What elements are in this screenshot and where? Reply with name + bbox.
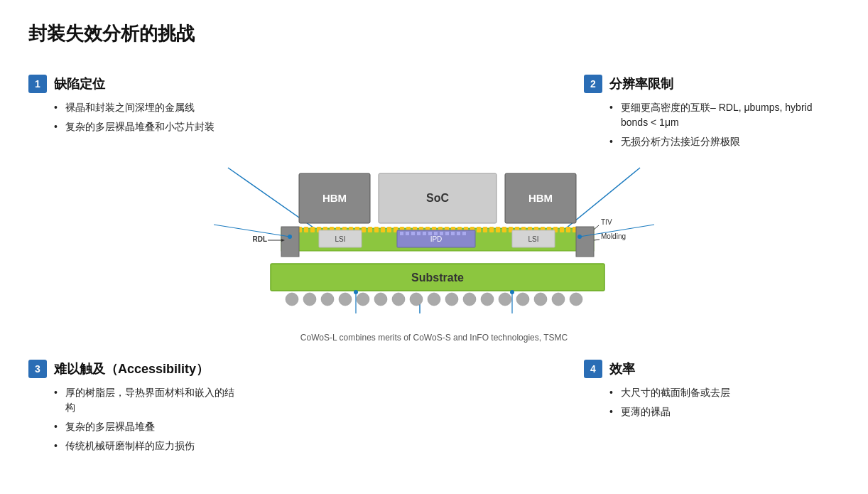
section3-item3: 传统机械研磨制样的应力损伤 [54,439,242,453]
svg-rect-26 [387,227,391,232]
section1-title: 缺陷定位 [54,75,105,92]
svg-point-90 [499,293,511,306]
svg-point-109 [354,290,358,294]
section4-header: 4 效率 [584,360,840,378]
section2-item1: 更细更高密度的互联– RDL, μbumps, hybrid bonds < 1… [609,100,840,130]
svg-rect-69 [440,232,443,235]
svg-rect-62 [400,232,403,235]
svg-rect-65 [417,232,421,235]
svg-rect-23 [368,227,372,232]
svg-point-78 [286,293,298,306]
section3-title: 难以触及（Accessibility） [54,360,209,377]
svg-rect-68 [434,232,438,235]
svg-point-91 [516,293,529,306]
section1-item2: 复杂的多层裸晶堆叠和小芯片封装 [54,119,242,134]
svg-rect-95 [281,227,299,257]
chip-diagram-svg: HBM SoC HBM [214,161,654,331]
diagram-caption: CoWoS-L combines merits of CoWoS-S and I… [300,333,568,343]
svg-rect-96 [576,227,594,257]
svg-rect-67 [428,232,432,235]
section3-header: 3 难以触及（Accessibility） [28,360,242,378]
svg-rect-70 [445,232,449,235]
svg-point-111 [510,290,514,294]
chip-diagram-container: HBM SoC HBM [28,161,840,354]
svg-text:SoC: SoC [426,192,449,204]
section4-list: 大尺寸的截面制备或去层 更薄的裸晶 [584,385,840,424]
svg-rect-72 [457,232,460,235]
svg-point-105 [288,235,292,239]
svg-rect-71 [451,232,455,235]
section2-title: 分辨率限制 [609,75,673,92]
section1-header: 1 缺陷定位 [28,75,242,93]
svg-rect-73 [462,232,466,235]
svg-point-81 [339,293,352,306]
section3-list: 厚的树脂层，导热界面材料和嵌入的结构 复杂的多层裸晶堆叠 传统机械研磨制样的应力… [28,385,242,458]
section3-box: 3 难以触及（Accessibility） 厚的树脂层，导热界面材料和嵌入的结构… [28,360,242,458]
section1-list: 裸晶和封装之间深埋的金属线 复杂的多层裸晶堆叠和小芯片封装 [28,100,242,139]
section4-box: 4 效率 大尺寸的截面制备或去层 更薄的裸晶 [584,360,840,424]
svg-rect-63 [406,232,409,235]
svg-rect-14 [310,227,315,232]
section4-badge: 4 [584,360,602,378]
svg-rect-44 [502,227,506,232]
svg-rect-13 [304,227,308,232]
svg-point-82 [357,293,369,306]
svg-point-80 [321,293,334,306]
svg-text:HBM: HBM [528,192,553,204]
svg-point-93 [552,293,565,306]
svg-point-87 [445,293,458,306]
svg-rect-53 [560,227,564,232]
svg-point-89 [481,293,494,306]
svg-line-103 [594,240,600,240]
svg-rect-54 [566,227,570,232]
svg-text:TIV: TIV [601,218,612,226]
section1-item1: 裸晶和封装之间深埋的金属线 [54,100,242,115]
svg-text:Molding: Molding [601,232,626,240]
section1-badge: 1 [28,75,47,93]
svg-line-101 [594,225,599,230]
svg-text:RDL: RDL [252,235,267,243]
svg-point-92 [534,293,547,306]
section3-item1: 厚的树脂层，导热界面材料和嵌入的结构 [54,385,242,415]
section2-badge: 2 [584,75,602,93]
section2-header: 2 分辨率限制 [584,75,840,93]
section2-list: 更细更高密度的互联– RDL, μbumps, hybrid bonds < 1… [584,100,840,154]
section4-item2: 更薄的裸晶 [609,404,840,419]
svg-point-86 [428,293,440,306]
svg-point-107 [577,235,582,239]
svg-text:LSI: LSI [335,235,345,243]
svg-rect-42 [489,227,494,232]
page-title: 封装失效分析的挑战 [28,21,840,46]
section4-item1: 大尺寸的截面制备或去层 [609,385,840,400]
svg-text:HBM: HBM [322,192,347,204]
svg-text:IPD: IPD [430,235,443,243]
svg-rect-25 [381,227,385,232]
svg-rect-66 [423,232,426,235]
section1-box: 1 缺陷定位 裸晶和封装之间深埋的金属线 复杂的多层裸晶堆叠和小芯片封装 [28,68,242,139]
svg-point-84 [392,293,405,306]
svg-point-79 [303,293,316,306]
svg-point-88 [463,293,476,306]
svg-text:Substrate: Substrate [411,272,464,284]
svg-point-85 [410,293,423,306]
svg-rect-22 [362,227,366,232]
svg-point-94 [570,293,582,306]
svg-rect-41 [483,227,487,232]
section4-title: 效率 [609,360,635,377]
svg-rect-43 [496,227,500,232]
section2-box: 2 分辨率限制 更细更高密度的互联– RDL, μbumps, hybrid b… [584,68,840,154]
section3-item2: 复杂的多层裸晶堆叠 [54,419,242,434]
svg-rect-40 [477,227,481,232]
section3-badge: 3 [28,360,47,378]
svg-point-83 [374,293,387,306]
section2-item2: 无损分析方法接近分辨极限 [609,134,840,149]
svg-text:LSI: LSI [528,235,538,243]
svg-rect-24 [374,227,379,232]
svg-rect-64 [411,232,415,235]
